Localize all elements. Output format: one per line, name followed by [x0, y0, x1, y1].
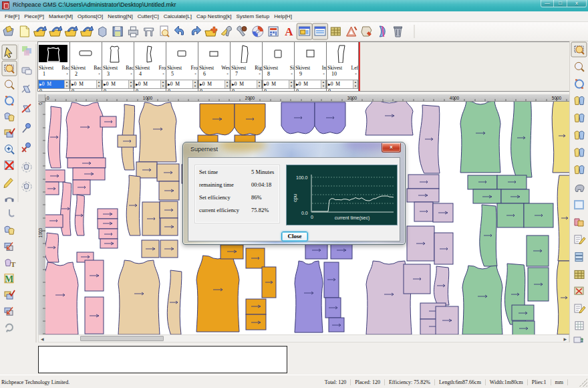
svg-text:1000: 1000 — [143, 96, 153, 100]
svg-text:3000: 3000 — [347, 96, 357, 100]
svg-text:current time(sec): current time(sec) — [335, 215, 370, 221]
svg-text:0.0: 0.0 — [301, 211, 308, 215]
svg-text:0: 0 — [38, 102, 43, 105]
svg-text:T: T — [11, 260, 16, 268]
svg-text:4000: 4000 — [450, 96, 460, 100]
svg-text:0: 0 — [311, 215, 313, 219]
svg-text:1000: 1000 — [38, 227, 43, 237]
svg-text:2000: 2000 — [245, 96, 255, 100]
svg-text:cpu: cpu — [292, 194, 298, 202]
svg-text:0: 0 — [47, 96, 49, 100]
svg-text:5000: 5000 — [552, 96, 562, 100]
svg-text:A: A — [285, 25, 293, 38]
svg-text:100.0: 100.0 — [296, 175, 308, 180]
